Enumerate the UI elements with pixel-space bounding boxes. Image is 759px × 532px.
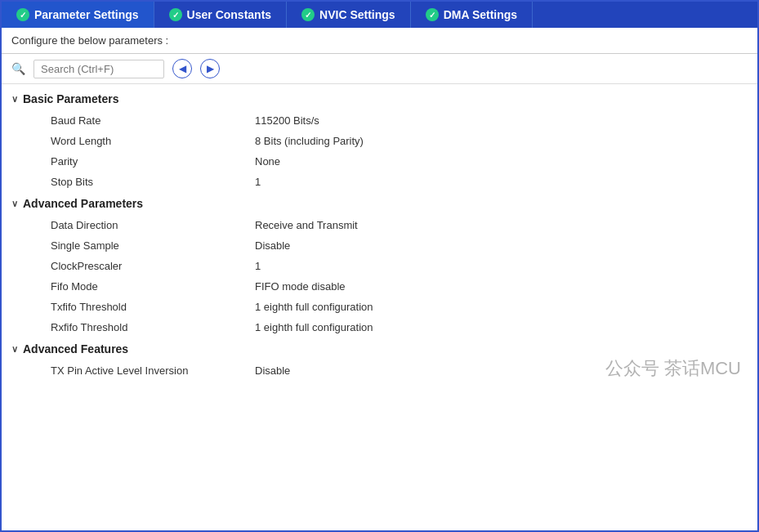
param-rxfifo-threshold-name: Rxfifo Threshold [51, 321, 255, 333]
param-data-direction-value: Receive and Transmit [255, 219, 757, 231]
tab-user-constants-label: User Constants [187, 8, 271, 21]
param-stop-bits-name: Stop Bits [51, 176, 255, 188]
param-rxfifo-threshold: Rxfifo Threshold 1 eighth full configura… [2, 317, 757, 338]
param-txfifo-threshold: Txfifo Threshold 1 eighth full configura… [2, 297, 757, 317]
param-clockprescaler-name: ClockPrescaler [51, 260, 255, 272]
tab-check-icon-4: ✓ [426, 8, 439, 21]
param-tx-pin-active-value: Disable 公众号 茶话MCU [255, 364, 757, 377]
param-stop-bits-value: 1 [255, 176, 757, 188]
param-fifo-mode-name: Fifo Mode [51, 280, 255, 293]
param-parity-name: Parity [51, 155, 255, 168]
param-tx-pin-active-name: TX Pin Active Level Inversion [51, 364, 255, 377]
chevron-basic-icon: ∨ [11, 94, 18, 105]
tab-check-icon-2: ✓ [169, 8, 182, 21]
tab-parameter-settings[interactable]: ✓ Parameter Settings [2, 2, 154, 28]
param-txfifo-threshold-value: 1 eighth full configuration [255, 301, 757, 313]
main-container: ✓ Parameter Settings ✓ User Constants ✓ … [0, 0, 759, 532]
chevron-features-icon: ∨ [11, 344, 18, 355]
tab-dma-settings[interactable]: ✓ DMA Settings [411, 2, 533, 28]
param-parity-value: None [255, 155, 757, 168]
param-single-sample-name: Single Sample [51, 239, 255, 252]
tab-nvic-settings[interactable]: ✓ NVIC Settings [287, 2, 411, 28]
tab-user-constants[interactable]: ✓ User Constants [154, 2, 287, 28]
watermark-text: 公众号 茶话MCU [605, 356, 741, 381]
param-parity: Parity None [2, 151, 757, 172]
param-fifo-mode: Fifo Mode FIFO mode disable [2, 276, 757, 297]
search-icon: 🔍 [11, 62, 25, 75]
tab-parameter-settings-label: Parameter Settings [34, 8, 139, 21]
search-input[interactable] [33, 60, 164, 78]
section-advanced-parameters-label: Advanced Parameters [23, 197, 143, 210]
tab-check-icon: ✓ [16, 8, 29, 21]
section-basic-parameters-label: Basic Parameters [23, 92, 119, 105]
param-word-length-value: 8 Bits (including Parity) [255, 135, 757, 147]
param-word-length-name: Word Length [51, 135, 255, 147]
config-bar-text: Configure the below parameters : [11, 34, 168, 47]
param-rxfifo-threshold-value: 1 eighth full configuration [255, 321, 757, 333]
section-advanced-features[interactable]: ∨ Advanced Features [2, 338, 757, 360]
param-stop-bits: Stop Bits 1 [2, 172, 757, 192]
param-clockprescaler: ClockPrescaler 1 [2, 256, 757, 276]
tab-bar: ✓ Parameter Settings ✓ User Constants ✓ … [2, 2, 757, 28]
section-advanced-features-label: Advanced Features [23, 342, 128, 355]
next-button[interactable]: ▶ [200, 59, 220, 78]
chevron-advanced-icon: ∨ [11, 199, 18, 209]
param-clockprescaler-value: 1 [255, 260, 757, 272]
param-tx-pin-active: TX Pin Active Level Inversion Disable 公众… [2, 360, 757, 381]
param-fifo-mode-value: FIFO mode disable [255, 280, 757, 293]
config-bar: Configure the below parameters : [2, 28, 757, 54]
param-data-direction: Data Direction Receive and Transmit [2, 215, 757, 235]
param-tree: ∨ Basic Parameters Baud Rate 115200 Bits… [2, 84, 757, 384]
prev-button[interactable]: ◀ [172, 59, 192, 78]
param-txfifo-threshold-name: Txfifo Threshold [51, 301, 255, 313]
param-baud-rate-name: Baud Rate [51, 114, 255, 127]
tab-nvic-settings-label: NVIC Settings [319, 8, 395, 21]
param-single-sample-value: Disable [255, 239, 757, 252]
tab-check-icon-3: ✓ [301, 8, 315, 21]
section-advanced-parameters[interactable]: ∨ Advanced Parameters [2, 192, 757, 215]
param-word-length: Word Length 8 Bits (including Parity) [2, 131, 757, 151]
section-basic-parameters[interactable]: ∨ Basic Parameters [2, 87, 757, 110]
search-bar: 🔍 ◀ ▶ [2, 54, 757, 84]
param-baud-rate: Baud Rate 115200 Bits/s [2, 110, 757, 131]
param-data-direction-name: Data Direction [51, 219, 255, 231]
tab-dma-settings-label: DMA Settings [444, 8, 517, 21]
param-single-sample: Single Sample Disable [2, 235, 757, 256]
param-baud-rate-value: 115200 Bits/s [255, 114, 757, 127]
